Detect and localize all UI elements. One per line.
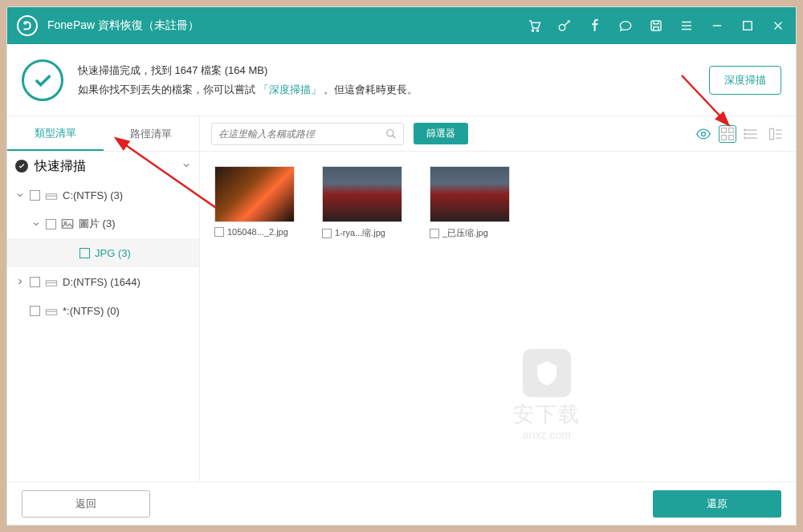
grid-view-icon[interactable] <box>719 125 736 143</box>
back-button[interactable]: 返回 <box>22 490 150 518</box>
svg-rect-15 <box>729 135 734 140</box>
tab-path-list[interactable]: 路徑清單 <box>104 116 200 151</box>
tree-drive-c[interactable]: C:(NTFS) (3) <box>7 181 199 209</box>
detail-view-icon[interactable] <box>767 125 785 143</box>
filter-button[interactable]: 篩選器 <box>414 123 468 144</box>
close-icon[interactable] <box>770 18 786 34</box>
tree-label: *:(NTFS) (0) <box>63 305 120 317</box>
tree-label: 圖片 (3) <box>79 217 116 231</box>
tab-type-list[interactable]: 類型清單 <box>7 116 104 151</box>
tree-images[interactable]: 圖片 (3) <box>7 209 199 238</box>
view-mode-icons <box>695 125 785 143</box>
file-item[interactable]: 105048..._2.jpg <box>214 166 303 239</box>
file-grid: 105048..._2.jpg 1-rya...缩.jpg _已压缩.jpg <box>200 152 796 254</box>
body: 類型清單 路徑清單 快速掃描 C:(NTFS) (3) <box>7 116 796 481</box>
app-logo: ᕤ <box>17 15 38 36</box>
minimize-icon[interactable] <box>709 18 725 34</box>
checkbox[interactable] <box>30 190 40 201</box>
svg-rect-14 <box>722 135 727 140</box>
file-name: _已压缩.jpg <box>442 227 488 239</box>
app-title: FonePaw 資料恢復（未註冊） <box>47 18 526 33</box>
svg-rect-13 <box>729 128 734 132</box>
drive-icon <box>45 276 58 287</box>
tree-jpg[interactable]: JPG (3) <box>7 238 199 267</box>
svg-point-17 <box>744 133 746 135</box>
file-name: 1-rya...缩.jpg <box>335 227 385 239</box>
maximize-icon[interactable] <box>740 18 756 34</box>
check-circle-icon <box>15 160 28 173</box>
scan-info-text: 快速掃描完成，找到 1647 檔案 (164 MB) 如果你找不到丟失的檔案，你… <box>78 61 709 99</box>
tree-label: C:(NTFS) (3) <box>63 189 123 201</box>
tree-drive-star[interactable]: *:(NTFS) (0) <box>7 296 199 325</box>
drive-icon <box>45 189 58 201</box>
save-icon[interactable] <box>648 18 664 34</box>
file-thumbnail[interactable] <box>214 166 295 222</box>
scan-summary: 快速掃描完成，找到 1647 檔案 (164 MB) <box>78 61 709 79</box>
file-thumbnail[interactable] <box>430 166 510 222</box>
checkbox[interactable] <box>46 219 56 229</box>
chat-icon[interactable] <box>618 18 634 34</box>
deep-scan-link[interactable]: 「深度掃描」 <box>259 83 321 95</box>
preview-icon[interactable] <box>695 125 712 143</box>
key-icon[interactable] <box>556 18 573 34</box>
sidebar-tabs: 類型清單 路徑清單 <box>7 116 199 152</box>
scan-complete-icon <box>22 59 63 101</box>
search-icon <box>385 128 397 140</box>
menu-icon[interactable] <box>679 18 695 34</box>
checkbox[interactable] <box>322 229 332 238</box>
image-icon <box>61 218 74 229</box>
svg-point-10 <box>387 129 393 136</box>
svg-rect-19 <box>770 128 774 139</box>
svg-point-16 <box>744 129 746 131</box>
main-panel: 篩選器 105048..._2.jpg <box>200 116 796 481</box>
svg-rect-4 <box>744 22 752 30</box>
svg-point-0 <box>532 30 533 31</box>
deep-scan-button[interactable]: 深度掃描 <box>709 66 781 95</box>
svg-point-1 <box>536 30 538 31</box>
quick-scan-label: 快速掃描 <box>35 158 86 175</box>
svg-rect-6 <box>62 220 72 229</box>
watermark: 安下载 anxz.com <box>513 349 581 441</box>
titlebar: ᕤ FonePaw 資料恢復（未註冊） <box>7 7 796 44</box>
facebook-icon[interactable] <box>587 18 603 34</box>
scan-info-bar: 快速掃描完成，找到 1647 檔案 (164 MB) 如果你找不到丟失的檔案，你… <box>7 44 796 116</box>
tree-drive-d[interactable]: D:(NTFS) (1644) <box>7 267 199 296</box>
checkbox[interactable] <box>430 229 439 238</box>
tree-label: JPG (3) <box>95 247 131 259</box>
file-tree: C:(NTFS) (3) 圖片 (3) JPG (3) D:(NTFS) (1 <box>7 181 199 325</box>
app-window: ᕤ FonePaw 資料恢復（未註冊） 快速掃描完成，找到 1647 檔案 (1… <box>6 6 797 526</box>
scan-hint: 如果你找不到丟失的檔案，你可以嘗試 「深度掃描」 。但這會耗時更長。 <box>78 80 709 99</box>
svg-rect-3 <box>651 21 661 30</box>
sidebar: 類型清單 路徑清單 快速掃描 C:(NTFS) (3) <box>7 116 200 481</box>
file-item[interactable]: 1-rya...缩.jpg <box>322 166 410 239</box>
chevron-down-icon[interactable] <box>181 159 191 173</box>
drive-icon <box>45 305 58 316</box>
svg-rect-12 <box>722 128 727 132</box>
search-box[interactable] <box>211 123 404 145</box>
checkbox[interactable] <box>30 277 40 287</box>
search-input[interactable] <box>218 128 385 140</box>
checkbox[interactable] <box>30 306 40 316</box>
file-label: 1-rya...缩.jpg <box>322 227 410 239</box>
recover-button[interactable]: 還原 <box>653 490 781 518</box>
file-item[interactable]: _已压缩.jpg <box>430 166 518 239</box>
file-name: 105048..._2.jpg <box>227 227 288 237</box>
toolbar: 篩選器 <box>200 116 796 152</box>
tree-label: D:(NTFS) (1644) <box>63 276 141 288</box>
checkbox[interactable] <box>214 227 224 237</box>
cart-icon[interactable] <box>526 18 542 34</box>
svg-point-11 <box>702 132 706 136</box>
list-view-icon[interactable] <box>743 125 760 143</box>
footer: 返回 還原 <box>7 481 796 525</box>
titlebar-actions <box>526 18 786 34</box>
quick-scan-row[interactable]: 快速掃描 <box>7 152 199 181</box>
checkbox[interactable] <box>79 248 90 258</box>
file-label: 105048..._2.jpg <box>214 227 303 237</box>
file-label: _已压缩.jpg <box>430 227 518 239</box>
svg-point-18 <box>744 137 746 139</box>
file-thumbnail[interactable] <box>322 166 402 222</box>
